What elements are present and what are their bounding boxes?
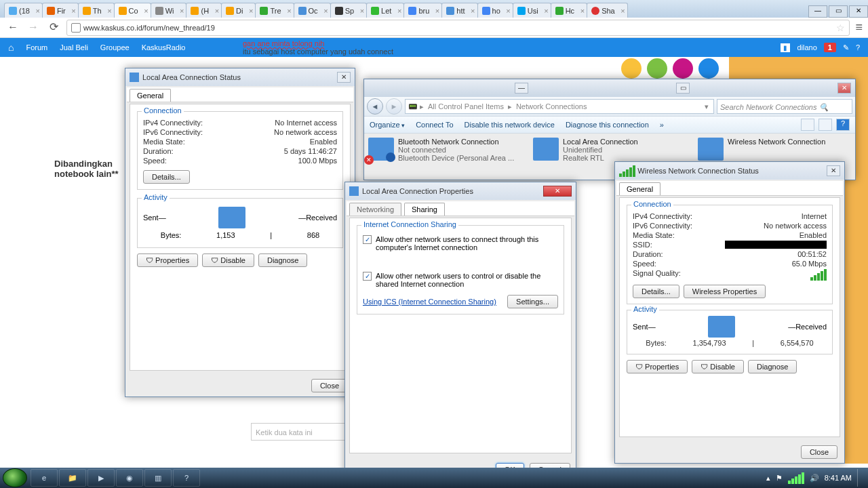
signal-icon [810,269,827,281]
checkbox[interactable]: ✓ [363,272,372,281]
back-button[interactable]: ◄ [367,98,383,115]
tab-general[interactable]: General [130,89,171,102]
close-button[interactable]: Close [801,445,837,459]
close-icon[interactable]: ✕ [827,165,840,176]
address-bar[interactable]: www.kaskus.co.id/forum/new_thread/19☆ [66,20,850,36]
show-desktop[interactable] [857,469,863,487]
browser-tab[interactable]: Tre× [255,3,294,18]
browser-tab[interactable]: Di× [221,3,256,18]
forward-button[interactable]: ► [386,98,402,115]
ad-text: Dibandingkan notebook lain** [54,159,129,179]
disable-button[interactable]: 🛡 Disable [202,253,254,267]
browser-tab[interactable]: htt× [441,3,477,18]
browser-tab-active[interactable]: Co× [114,3,151,18]
edit-icon[interactable]: ✎ [843,43,849,52]
nav-jualbeli[interactable]: Jual Beli [60,43,88,52]
browser-tab[interactable]: Fir× [42,3,79,18]
taskbar-app-icon[interactable]: ▥ [144,469,172,487]
wireless-properties-button[interactable]: Wireless Properties [684,285,766,298]
username[interactable]: dilano [797,43,816,52]
start-button[interactable] [3,468,27,487]
diagnose-button[interactable]: Diagnose this connection [566,121,649,129]
tab-general[interactable]: General [619,182,660,195]
chrome-menu-icon[interactable]: ≡ [855,20,863,35]
view-icon[interactable] [818,119,832,131]
globe-icon [71,23,81,33]
browser-tab[interactable]: Th× [78,3,115,18]
forward-button[interactable]: → [26,20,41,35]
tray-volume-icon[interactable]: 🔊 [810,474,819,483]
network-icon [368,138,394,161]
site-navbar: ⌂ Forum Jual Beli Groupee KaskusRadio ▮ … [0,38,868,57]
organize-menu[interactable]: Organize [370,121,405,129]
breadcrumb[interactable]: 📟 ▸All Control Panel Items▸Network Conne… [405,99,714,114]
close-button[interactable]: Close [311,379,348,392]
dialog-title: Local Area Connection Status [142,73,241,81]
browser-tab[interactable]: Wi× [151,3,187,18]
browser-tab[interactable]: Let× [366,3,404,18]
bookmark-star-icon[interactable]: ☆ [836,22,845,33]
window-close[interactable]: ✕ [837,83,851,94]
tab-sharing[interactable]: Sharing [404,203,445,216]
notif-badge[interactable]: 1 [824,43,836,52]
post-text: itu sebagai host computer yang udah conn… [243,47,393,56]
home-icon[interactable]: ⌂ [8,42,14,53]
settings-button[interactable]: Settings... [507,295,558,308]
window-minimize[interactable]: — [808,5,827,18]
browser-tab[interactable]: Oc× [294,3,331,18]
nav-forum[interactable]: Forum [26,43,47,52]
connection-item[interactable]: Local Area ConnectionUnidentifiedRealtek… [533,138,686,162]
search-input[interactable]: Search Network Connections 🔍 [717,99,852,114]
checkbox[interactable]: ✓ [363,235,372,244]
tab-networking[interactable]: Networking [349,203,401,216]
taskbar-explorer-icon[interactable]: 📁 [59,469,86,487]
details-button[interactable]: Details... [633,285,679,298]
browser-tab[interactable]: Usi× [513,3,551,18]
activity-icon [708,316,735,338]
diagnose-button[interactable]: Diagnose [748,360,797,373]
taskbar-wmp-icon[interactable]: ▶ [87,469,115,487]
browser-tab[interactable]: bru× [403,3,442,18]
system-clock[interactable]: 8:41 AM [825,474,852,482]
connection-item[interactable]: Wireless Network Connection [698,138,850,162]
browser-tab[interactable]: (H× [186,3,222,18]
details-button[interactable]: Details... [143,170,190,184]
browser-tab[interactable]: ho× [477,3,513,18]
back-button[interactable]: ← [5,20,20,35]
browser-tab[interactable]: Hc× [551,3,587,18]
browser-tabbar: (18× Fir× Th× Co× Wi× (H× Di× Tre× Oc× S… [0,0,868,18]
view-icon[interactable] [801,119,814,131]
browser-tab[interactable]: (18× [4,3,43,18]
more-icon[interactable]: » [660,121,664,129]
window-minimize[interactable]: — [515,83,528,94]
taskbar-chrome-icon[interactable]: ◉ [116,469,143,487]
close-icon[interactable]: ✕ [543,186,572,197]
browser-tab[interactable]: Sha× [587,3,628,18]
tray-flag-icon[interactable]: ⚑ [776,474,783,483]
lan-properties-dialog: Local Area Connection Properties✕ Networ… [344,182,576,483]
lan-status-dialog: Local Area Connection Status✕ General Co… [125,68,355,397]
browser-tab[interactable]: Sp× [330,3,367,18]
nav-groupee[interactable]: Groupee [100,43,130,52]
nav-radio[interactable]: KaskusRadio [142,43,186,52]
disable-button[interactable]: 🛡 Disable [692,360,744,373]
tray-up-icon[interactable]: ▴ [766,474,770,483]
reload-button[interactable]: ⟳ [46,20,61,35]
signal-icon[interactable] [788,472,804,484]
help-icon[interactable]: ? [836,119,850,131]
window-maximize[interactable]: ▭ [829,5,848,18]
ics-link[interactable]: Using ICS (Internet Connection Sharing) [363,298,496,306]
diagnose-button[interactable]: Diagnose [258,253,307,267]
taskbar-ie-icon[interactable]: e [31,469,58,487]
close-icon[interactable]: ✕ [337,72,351,83]
dialog-title: Wireless Network Connection Status [637,167,759,175]
connection-item[interactable]: Bluetooth Network ConnectionNot connecte… [368,138,521,162]
taskbar-help-icon[interactable]: ? [173,469,200,487]
connect-to-button[interactable]: Connect To [416,121,453,129]
window-maximize[interactable]: ▭ [676,83,690,94]
help-icon[interactable]: ? [856,43,860,52]
properties-button[interactable]: 🛡 Properties [137,253,198,267]
properties-button[interactable]: 🛡 Properties [627,360,688,373]
window-close[interactable]: ✕ [849,5,868,18]
disable-device-button[interactable]: Disable this network device [465,121,555,129]
